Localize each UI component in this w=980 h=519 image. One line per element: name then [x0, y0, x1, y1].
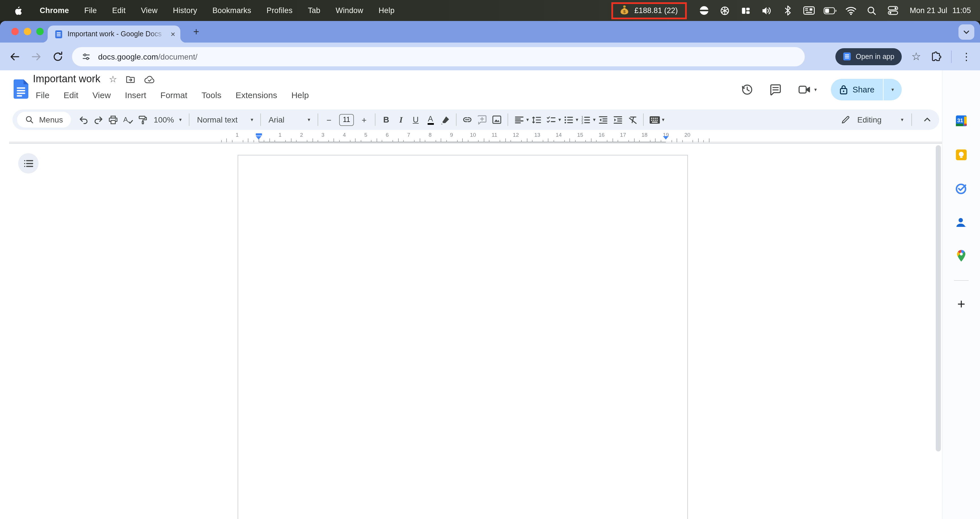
italic-button[interactable]: I — [394, 112, 408, 127]
align-icon[interactable] — [512, 112, 526, 127]
google-docs-logo[interactable] — [14, 80, 29, 99]
zoom-window-button[interactable] — [36, 28, 44, 35]
google-contacts-icon[interactable] — [955, 215, 968, 229]
menu-bar-item-bookmarks[interactable]: Bookmarks — [212, 6, 251, 15]
active-tab[interactable]: Important work - Google Docs × — [48, 25, 180, 43]
insert-image-icon[interactable] — [490, 112, 504, 127]
google-tasks-icon[interactable] — [955, 181, 968, 195]
half-circle-icon[interactable] — [698, 5, 710, 16]
undo-icon[interactable] — [76, 112, 91, 127]
chrome-menu-kebab-icon[interactable]: ⋮ — [961, 51, 972, 62]
decrease-indent-icon[interactable] — [595, 112, 610, 127]
document-outline-button[interactable] — [18, 153, 38, 174]
version-history-icon[interactable] — [740, 82, 754, 97]
back-icon[interactable] — [8, 49, 22, 63]
docs-menu-help[interactable]: Help — [288, 89, 312, 101]
share-dropdown-icon[interactable]: ▾ — [884, 79, 902, 100]
search-icon[interactable] — [865, 5, 878, 16]
docs-menu-extensions[interactable]: Extensions — [233, 89, 280, 101]
star-document-icon[interactable]: ☆ — [109, 75, 117, 84]
document-page[interactable] — [238, 155, 688, 519]
address-bar[interactable]: docs.google.com/document/ — [72, 47, 805, 66]
font-family-select[interactable]: Arial▾ — [264, 115, 314, 124]
menu-bar-item-file[interactable]: File — [84, 6, 97, 15]
open-in-app-button[interactable]: Open in app — [835, 48, 902, 65]
bookmark-star-icon[interactable]: ☆ — [912, 51, 921, 62]
zoom-select[interactable]: 100%▾ — [150, 115, 186, 124]
clear-formatting-icon[interactable] — [625, 112, 640, 127]
vertical-scrollbar[interactable] — [936, 145, 941, 452]
share-button-main[interactable]: Share — [831, 79, 883, 100]
checklist-icon[interactable] — [544, 112, 558, 127]
share-button[interactable]: Share ▾ — [831, 79, 902, 100]
site-settings-icon[interactable] — [81, 51, 91, 62]
left-indent-marker[interactable] — [256, 136, 261, 140]
menu-bar-item-view[interactable]: View — [141, 6, 158, 15]
first-line-indent-marker[interactable] — [256, 133, 262, 135]
chevron-down-icon[interactable]: ▾ — [662, 117, 664, 122]
move-to-folder-icon[interactable] — [126, 74, 136, 84]
docs-menu-file[interactable]: File — [33, 89, 52, 101]
google-maps-icon[interactable] — [955, 249, 968, 263]
mode-label[interactable]: Editing — [857, 115, 881, 124]
pencil-icon[interactable] — [838, 112, 853, 127]
menu-bar-app-name[interactable]: Chrome — [40, 6, 69, 15]
close-window-button[interactable] — [11, 28, 19, 35]
menu-bar-item-help[interactable]: Help — [379, 6, 395, 15]
window-split-icon[interactable] — [740, 5, 752, 16]
search-menus-button[interactable]: Menus — [17, 112, 71, 127]
control-center-icon[interactable] — [886, 5, 899, 16]
tab-search-button[interactable] — [958, 24, 974, 40]
chevron-down-icon[interactable]: ▾ — [901, 117, 904, 122]
docs-menu-tools[interactable]: Tools — [199, 89, 224, 101]
redo-icon[interactable] — [91, 112, 105, 127]
menu-bar-item-history[interactable]: History — [173, 6, 197, 15]
minimize-window-button[interactable] — [24, 28, 31, 35]
paragraph-style-select[interactable]: Normal text▾ — [193, 115, 257, 124]
font-size-field[interactable]: 11 — [339, 114, 354, 126]
google-keep-icon[interactable] — [955, 148, 968, 162]
increase-font-size-button[interactable]: + — [357, 112, 371, 127]
insert-link-icon[interactable] — [460, 112, 475, 127]
menu-bar-item-window[interactable]: Window — [336, 6, 363, 15]
docs-menu-edit[interactable]: Edit — [61, 89, 81, 101]
money-tracker-widget-highlighted[interactable]: $ £188.81 (22) — [611, 2, 687, 19]
url-text[interactable]: docs.google.com/document/ — [98, 52, 197, 61]
extensions-icon[interactable] — [931, 51, 942, 62]
document-status-cloud-icon[interactable] — [144, 74, 156, 84]
bluetooth-icon[interactable] — [781, 5, 794, 16]
forward-icon[interactable] — [30, 49, 43, 63]
volume-icon[interactable] — [760, 5, 773, 16]
menu-bar-item-tab[interactable]: Tab — [308, 6, 320, 15]
docs-menu-format[interactable]: Format — [158, 89, 190, 101]
doc-title[interactable]: Important work — [33, 73, 100, 85]
paint-format-icon[interactable] — [135, 112, 150, 127]
text-color-button[interactable]: A — [423, 112, 438, 127]
increase-indent-icon[interactable] — [610, 112, 625, 127]
menu-bar-item-edit[interactable]: Edit — [112, 6, 126, 15]
battery-icon[interactable] — [824, 5, 836, 16]
menu-bar-clock[interactable]: Mon 21 Jul 11:05 — [910, 6, 971, 15]
numbered-list-icon[interactable]: 123 — [578, 112, 593, 127]
chevron-down-icon[interactable]: ▾ — [593, 117, 595, 122]
openai-icon[interactable] — [719, 5, 731, 16]
underline-button[interactable]: U — [408, 112, 423, 127]
docs-menu-insert[interactable]: Insert — [122, 89, 149, 101]
comments-icon[interactable] — [768, 82, 783, 97]
add-comment-icon[interactable] — [475, 112, 490, 127]
bulleted-list-icon[interactable] — [561, 112, 576, 127]
menu-bar-item-profiles[interactable]: Profiles — [267, 6, 293, 15]
decrease-font-size-button[interactable]: − — [321, 112, 336, 127]
apple-icon[interactable] — [12, 5, 24, 16]
meet-call-control[interactable]: ▾ — [797, 82, 817, 97]
wifi-icon[interactable] — [845, 5, 857, 16]
keyboard-icon[interactable] — [802, 5, 815, 16]
print-icon[interactable] — [105, 112, 120, 127]
highlight-color-icon[interactable] — [438, 112, 453, 127]
docs-menu-view[interactable]: View — [90, 89, 114, 101]
spell-check-icon[interactable]: A — [120, 112, 135, 127]
reload-icon[interactable] — [51, 49, 65, 63]
bold-button[interactable]: B — [379, 112, 394, 127]
line-spacing-icon[interactable] — [529, 112, 544, 127]
close-tab-icon[interactable]: × — [171, 30, 175, 38]
